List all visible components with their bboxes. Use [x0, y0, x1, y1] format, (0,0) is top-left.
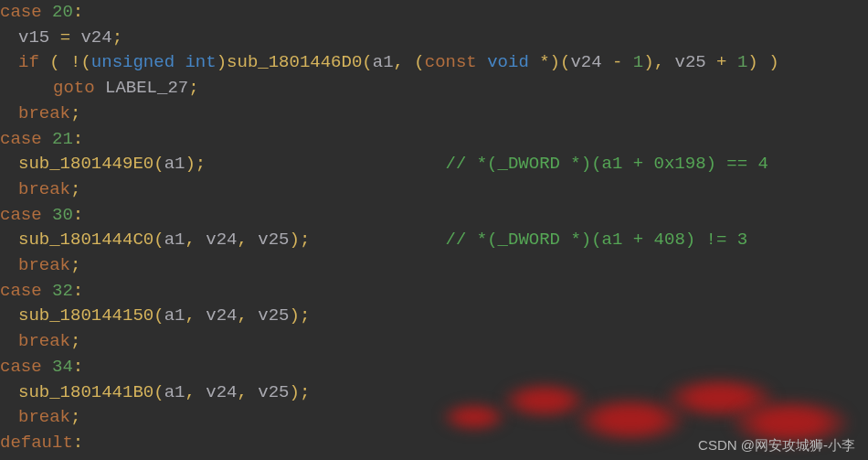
code-line: case 21:	[0, 127, 868, 153]
paren: (	[80, 52, 90, 72]
code-line: case 32:	[0, 279, 868, 305]
semicolon: ;	[300, 305, 310, 326]
semicolon: ;	[300, 382, 310, 402]
code-line: sub_1801449E0(a1); // *(_DWORD *)(a1 + 0…	[0, 152, 868, 177]
var-v24: v24	[570, 52, 601, 72]
semicolon: ;	[112, 27, 122, 48]
paren: (	[560, 52, 570, 72]
comment: // *(_DWORD *)(a1 + 408) != 3	[446, 230, 748, 250]
func-sub180144150: sub_180144150	[18, 305, 153, 326]
var-v25: v25	[674, 52, 705, 72]
keyword-break: break	[18, 103, 70, 123]
var-a1: a1	[164, 154, 185, 174]
var-v24: v24	[206, 230, 237, 250]
watermark-text: CSDN @网安攻城狮-小李	[698, 437, 855, 455]
label-27: LABEL_27	[105, 78, 188, 98]
colon: :	[73, 2, 83, 22]
op-star: *	[539, 52, 549, 72]
code-line: goto LABEL_27;	[0, 76, 868, 102]
semicolon: ;	[70, 103, 80, 123]
paren: (	[414, 52, 424, 72]
keyword-default: default	[0, 433, 73, 453]
paren: )	[290, 305, 300, 326]
comma: ,	[185, 305, 195, 326]
code-line: case 34:	[0, 355, 868, 380]
code-line: v15 = v24;	[0, 26, 868, 51]
var-a1: a1	[164, 230, 185, 250]
literal-number: 1	[633, 52, 643, 72]
semicolon: ;	[70, 179, 80, 199]
comma: ,	[237, 305, 247, 326]
literal-number: 34	[52, 357, 73, 377]
semicolon: ;	[300, 230, 310, 250]
paren: )	[290, 230, 300, 250]
var-v24: v24	[80, 27, 111, 48]
paren: (	[153, 305, 164, 326]
comma: ,	[394, 52, 404, 72]
colon: :	[73, 357, 83, 377]
op-not: !	[70, 52, 80, 72]
var-v15: v15	[18, 27, 49, 48]
semicolon: ;	[188, 78, 198, 98]
code-line: break;	[0, 405, 868, 431]
op-minus: -	[612, 52, 622, 72]
keyword-break: break	[18, 255, 70, 275]
semicolon: ;	[70, 255, 80, 275]
var-v25: v25	[258, 230, 289, 250]
colon: :	[73, 205, 83, 225]
keyword-break: break	[18, 179, 70, 199]
code-line: if ( !(unsigned int)sub_1801446D0(a1, (c…	[0, 50, 868, 76]
literal-number: 1	[737, 52, 747, 72]
colon: :	[73, 129, 83, 149]
code-line: case 30:	[0, 203, 868, 229]
type-unsigned: unsigned	[91, 52, 175, 72]
colon: :	[73, 281, 83, 301]
keyword-case: case	[0, 281, 42, 301]
type-int: int	[185, 52, 216, 72]
op-plus: +	[716, 52, 726, 72]
var-a1: a1	[164, 382, 185, 402]
paren: (	[362, 52, 372, 72]
comma: ,	[185, 230, 195, 250]
var-v25: v25	[258, 382, 289, 402]
comma: ,	[237, 382, 247, 402]
type-const: const	[425, 52, 477, 72]
func-sub1801441b0: sub_1801441B0	[18, 382, 153, 402]
keyword-break: break	[18, 407, 70, 427]
var-v25: v25	[258, 305, 289, 326]
code-line: v15 = v24;	[0, 456, 868, 460]
var-v24: v24	[206, 382, 237, 402]
comma: ,	[237, 230, 247, 250]
paren: (	[153, 154, 164, 174]
literal-number: 20	[52, 2, 73, 22]
paren: )	[768, 52, 778, 72]
semicolon: ;	[70, 331, 80, 351]
var-a1: a1	[373, 52, 394, 72]
paren: )	[185, 154, 195, 174]
paren: )	[290, 382, 300, 402]
keyword-if: if	[18, 52, 39, 72]
var-a1: a1	[164, 305, 185, 326]
paren: )	[217, 52, 227, 72]
paren: (	[153, 382, 164, 402]
code-line: sub_1801444C0(a1, v24, v25); // *(_DWORD…	[0, 228, 868, 253]
func-sub1801449e0: sub_1801449E0	[18, 154, 153, 174]
paren: )	[643, 52, 653, 72]
comma: ,	[185, 382, 195, 402]
keyword-case: case	[0, 2, 42, 22]
code-line: break;	[0, 253, 868, 279]
op-assign: =	[60, 27, 70, 48]
code-line: break;	[0, 102, 868, 127]
keyword-break: break	[18, 331, 70, 351]
decompiled-code-block: case 20: v15 = v24; if ( !(unsigned int)…	[0, 0, 868, 460]
semicolon: ;	[70, 407, 80, 427]
code-line: sub_180144150(a1, v24, v25);	[0, 304, 868, 329]
colon: :	[73, 433, 83, 453]
func-sub1801446d0: sub_1801446D0	[227, 52, 362, 72]
comma: ,	[654, 52, 664, 72]
type-void: void	[487, 52, 529, 72]
semicolon: ;	[196, 154, 206, 174]
code-line: break;	[0, 177, 868, 203]
keyword-case: case	[0, 357, 42, 377]
paren: )	[747, 52, 757, 72]
